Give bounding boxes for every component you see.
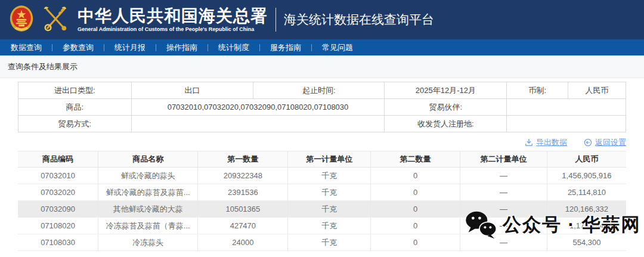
col-header-commodity-code: 商品编码 (18, 151, 98, 168)
col-header-rmb: 人民币 (547, 151, 626, 168)
cell-unit2: — (460, 201, 547, 218)
cell-qty2: 0 (371, 201, 460, 218)
cell-qty1: 2391536 (198, 184, 288, 201)
condition-trade-mode-label: 贸易方式: (18, 116, 132, 132)
cell-unit1: 千克 (288, 234, 371, 251)
nav-item-monthly-report[interactable]: 统计月报 (114, 42, 145, 53)
condition-partner-label: 贸易伙伴: (385, 99, 507, 116)
condition-ie-type-label: 进出口类型: (18, 82, 132, 99)
nav-divider (104, 44, 104, 51)
nav-item-param-query[interactable]: 参数查询 (63, 42, 94, 53)
national-emblem-icon (10, 5, 33, 35)
cell-code: 07032020 (18, 184, 98, 201)
cell-name: 其他鲜或冷藏的大蒜 (98, 201, 198, 218)
table-row: 07108020 冷冻蒜苔及蒜苗（青蒜... 427470 千克 0 — 1,1… (18, 218, 626, 234)
results-table: 商品编码 商品名称 第一数量 第一计量单位 第二数量 第二计量单位 人民币 07… (18, 151, 626, 251)
cell-unit2: — (460, 218, 547, 234)
table-row: 07032020 鲜或冷藏的蒜苔及蒜苗... 2391536 千克 0 — 25… (18, 184, 626, 201)
condition-currency-label: 币制: (507, 82, 568, 99)
nav-divider (156, 44, 156, 51)
condition-currency-value: 人民币 (568, 82, 626, 99)
cell-rmb: 25,114,810 (547, 184, 626, 201)
cell-name: 鲜或冷藏的蒜头 (98, 168, 198, 184)
condition-row: 贸易方式: 收发货人注册地: (18, 116, 626, 132)
breadcrumb: 查询条件及结果展示 (0, 55, 644, 78)
col-header-qty2: 第二数量 (371, 151, 460, 168)
cell-qty1: 10501365 (198, 201, 288, 218)
table-row-highlighted: 07032090 其他鲜或冷藏的大蒜 10501365 千克 0 — 120,1… (18, 201, 626, 218)
export-data-button[interactable]: 导出数据 (525, 137, 567, 148)
download-icon (525, 138, 533, 147)
cell-unit1: 千克 (288, 168, 371, 184)
table-row: 07032010 鲜或冷藏的蒜头 209322348 千克 0 — 1,456,… (18, 168, 626, 184)
condition-row: 商品: 07032010,07032020,07032090,07108020,… (18, 99, 626, 116)
cell-unit2: — (460, 184, 547, 201)
cell-unit2: — (460, 168, 547, 184)
query-conditions-table: 进出口类型: 出口 起止时间: 2025年12月-12月 币制: 人民币 商品:… (18, 82, 626, 132)
cell-code: 07032010 (18, 168, 98, 184)
customs-key-logo-icon (42, 4, 69, 35)
cell-qty2: 0 (371, 184, 460, 201)
results-header-row: 商品编码 商品名称 第一数量 第一计量单位 第二数量 第二计量单位 人民币 (18, 151, 626, 168)
cell-qty1: 427470 (198, 218, 288, 234)
cell-qty1: 24000 (198, 234, 288, 251)
condition-trade-mode-value (131, 116, 385, 132)
condition-commodity-label: 商品: (18, 99, 132, 116)
condition-time-label: 起止时间: (253, 82, 385, 99)
col-header-unit1: 第一计量单位 (288, 151, 371, 168)
cell-unit1: 千克 (288, 184, 371, 201)
back-to-settings-label: 返回设置 (595, 137, 626, 148)
back-arrow-icon (584, 138, 592, 147)
org-title-block: 中华人民共和国海关总署 General Administration of Cu… (78, 7, 268, 32)
platform-title: 海关统计数据在线查询平台 (284, 11, 434, 28)
cell-qty2: 0 (371, 218, 460, 234)
nav-divider (259, 44, 260, 51)
table-row: 07108030 冷冻蒜头 24000 千克 0 — 554,300 (18, 234, 626, 251)
cell-name: 鲜或冷藏的蒜苔及蒜苗... (98, 184, 198, 201)
cell-unit1: 千克 (288, 218, 371, 234)
nav-divider (52, 44, 52, 51)
cell-qty2: 0 (371, 234, 460, 251)
col-header-commodity-name: 商品名称 (98, 151, 198, 168)
cell-qty1: 209322348 (198, 168, 288, 184)
nav-item-operation-guide[interactable]: 操作指南 (166, 42, 197, 53)
condition-reg-place-label: 收发货人注册地: (385, 116, 507, 132)
nav-item-statistics-system[interactable]: 统计制度 (218, 42, 249, 53)
condition-time-value: 2025年12月-12月 (385, 82, 507, 99)
cell-code: 07032090 (18, 201, 98, 218)
org-title: 中华人民共和国海关总署 (78, 7, 268, 24)
cell-unit1: 千克 (288, 201, 371, 218)
cell-rmb: 1,175,184 (547, 218, 626, 234)
app-header: 中华人民共和国海关总署 General Administration of Cu… (0, 0, 644, 39)
nav-item-faq[interactable]: 常见问题 (322, 42, 353, 53)
header-divider (275, 8, 276, 32)
condition-ie-type-value: 出口 (131, 82, 253, 99)
back-to-settings-button[interactable]: 返回设置 (584, 137, 626, 148)
breadcrumb-title: 查询条件及结果展示 (8, 61, 78, 72)
export-data-label: 导出数据 (536, 137, 567, 148)
cell-rmb: 120,166,332 (547, 201, 626, 218)
condition-reg-place-value (507, 116, 626, 132)
cell-code: 07108020 (18, 218, 98, 234)
cell-unit2: — (460, 234, 547, 251)
content-area: 进出口类型: 出口 起止时间: 2025年12月-12月 币制: 人民币 商品:… (0, 78, 644, 251)
cell-rmb: 554,300 (547, 234, 626, 251)
cell-code: 07108030 (18, 234, 98, 251)
nav-item-service-guide[interactable]: 服务指南 (270, 42, 301, 53)
col-header-qty1: 第一数量 (198, 151, 288, 168)
cell-qty2: 0 (371, 168, 460, 184)
cell-rmb: 1,456,905,916 (547, 168, 626, 184)
nav-divider (311, 44, 312, 51)
nav-divider (208, 44, 208, 51)
cell-name: 冷冻蒜苔及蒜苗（青蒜... (98, 218, 198, 234)
cell-name: 冷冻蒜头 (98, 234, 198, 251)
actions-bar: 导出数据 返回设置 (18, 137, 626, 148)
col-header-unit2: 第二计量单位 (460, 151, 547, 168)
condition-row: 进出口类型: 出口 起止时间: 2025年12月-12月 币制: 人民币 (18, 82, 626, 99)
condition-partner-value (507, 99, 626, 116)
condition-commodity-value: 07032010,07032020,07032090,07108020,0710… (131, 99, 385, 116)
nav-item-data-query[interactable]: 数据查询 (11, 42, 42, 53)
org-subtitle: General Administration of Customs of the… (78, 26, 268, 32)
main-nav: 数据查询 参数查询 统计月报 操作指南 统计制度 服务指南 常见问题 (0, 39, 644, 55)
